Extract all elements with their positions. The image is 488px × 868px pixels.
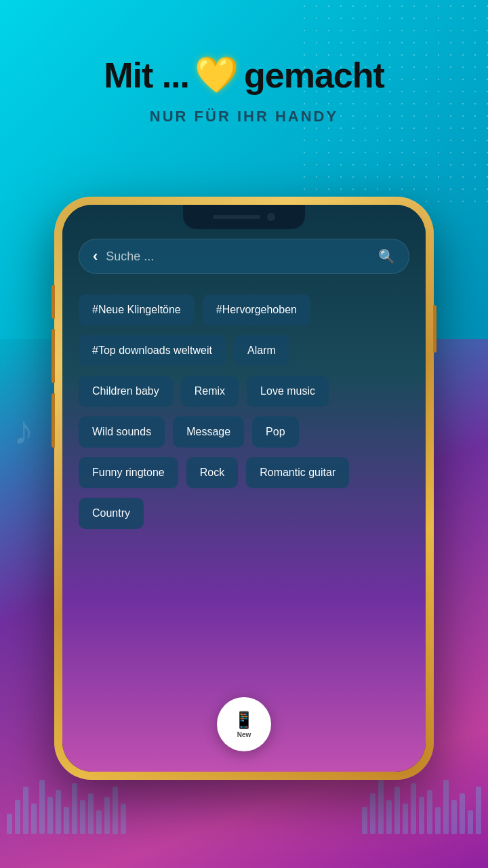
volume-down-button: [52, 393, 55, 448]
screen-content: ‹ Suche ... 🔍 #Neue Klingeltöne #Hervorg…: [62, 205, 426, 542]
tag-wild-sounds[interactable]: Wild sounds: [79, 416, 165, 448]
tags-container: #Neue Klingeltöne #Hervorgehoben #Top do…: [79, 294, 409, 529]
back-button[interactable]: ‹: [93, 248, 98, 265]
tags-row-6: Country: [79, 498, 409, 529]
subtitle-text: NUR FÜR IHR HANDY: [0, 108, 488, 125]
tag-rock[interactable]: Rock: [186, 457, 238, 488]
header-section: Mit ... 💛 gemacht NUR FÜR IHR HANDY: [0, 54, 488, 125]
tag-alarm[interactable]: Alarm: [234, 335, 289, 366]
search-bar[interactable]: ‹ Suche ... 🔍: [79, 239, 409, 274]
phone-notch: [183, 205, 305, 229]
tag-love-music[interactable]: Love music: [247, 376, 329, 407]
power-button: [433, 305, 436, 353]
music-note-decoration: ♪: [14, 407, 34, 454]
tags-row-1: #Neue Klingeltöne #Hervorgehoben: [79, 294, 409, 326]
tag-funny-ringtone[interactable]: Funny ringtone: [79, 457, 178, 488]
phone-outer: ‹ Suche ... 🔍 #Neue Klingeltöne #Hervorg…: [54, 197, 434, 780]
phone-screen: ‹ Suche ... 🔍 #Neue Klingeltöne #Hervorg…: [62, 205, 426, 772]
silent-button: [52, 285, 55, 319]
tag-romantic-guitar[interactable]: Romantic guitar: [246, 457, 349, 488]
tag-top-downloads[interactable]: #Top downloads weltweit: [79, 335, 226, 366]
title-part1: Mit ...: [104, 55, 189, 96]
tags-row-3: Children baby Remix Love music: [79, 376, 409, 407]
music-bars-right: [362, 780, 481, 834]
search-placeholder[interactable]: Suche ...: [106, 250, 378, 264]
fab-icon: 📱: [234, 711, 254, 730]
volume-up-button: [52, 329, 55, 383]
search-icon[interactable]: 🔍: [378, 248, 395, 264]
tags-row-2: #Top downloads weltweit Alarm: [79, 335, 409, 366]
title-part2: gemacht: [244, 55, 384, 96]
fab-container: 📱 New: [217, 697, 271, 751]
tags-row-4: Wild sounds Message Pop: [79, 416, 409, 448]
tag-hervorgehoben[interactable]: #Hervorgehoben: [203, 294, 310, 326]
tag-message[interactable]: Message: [173, 416, 244, 448]
fab-button[interactable]: 📱 New: [217, 697, 271, 751]
tags-row-5: Funny ringtone Rock Romantic guitar: [79, 457, 409, 488]
camera: [267, 213, 275, 221]
tag-pop[interactable]: Pop: [252, 416, 298, 448]
title-line: Mit ... 💛 gemacht: [0, 54, 488, 96]
music-bars-left: [7, 780, 126, 834]
tag-children-baby[interactable]: Children baby: [79, 376, 173, 407]
tag-country[interactable]: Country: [79, 498, 144, 529]
phone-wrapper: ‹ Suche ... 🔍 #Neue Klingeltöne #Hervorg…: [54, 197, 434, 780]
tag-remix[interactable]: Remix: [181, 376, 239, 407]
phone-inner: ‹ Suche ... 🔍 #Neue Klingeltöne #Hervorg…: [62, 205, 426, 772]
heart-icon: 💛: [195, 54, 239, 96]
fab-label: New: [237, 731, 251, 738]
speaker: [213, 215, 260, 219]
tag-neue-klingeltoene[interactable]: #Neue Klingeltöne: [79, 294, 195, 326]
